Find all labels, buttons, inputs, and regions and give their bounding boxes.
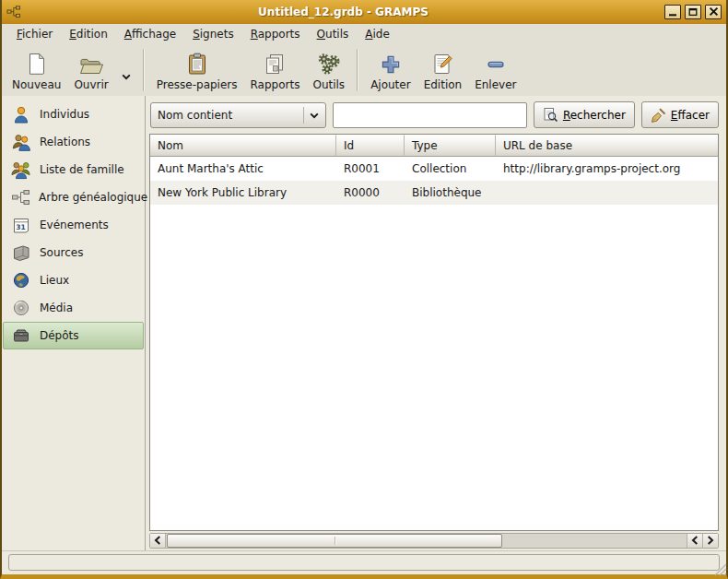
sidebar-item-relations[interactable]: Relations [3, 128, 144, 156]
sidebar-item-depots[interactable]: Dépôts [3, 322, 144, 349]
sidebar-item-arbre-genealogique[interactable]: Arbre généalogique [3, 183, 144, 211]
column-header-url-de-base[interactable]: URL de base [496, 135, 718, 157]
person-icon [11, 105, 31, 124]
repository-icon [11, 326, 31, 345]
toolbar-button-enlever[interactable]: Enlever [468, 46, 523, 94]
broom-icon [651, 108, 666, 123]
scroll-right-button[interactable] [702, 534, 718, 548]
table-cell: http://library.gramps-project.org [496, 162, 718, 175]
toolbar-separator [143, 49, 145, 91]
scroll-right-icon [707, 535, 714, 548]
menu-signets[interactable]: Signets [184, 26, 242, 42]
gears-icon [316, 51, 341, 76]
sidebar-item-sources[interactable]: Sources [3, 239, 144, 266]
status-message [8, 554, 720, 571]
table-row[interactable]: Aunt Martha's AtticR0001Collectionhttp:/… [150, 157, 718, 181]
toolbar-button-presse-papiers[interactable]: Presse-papiers [150, 46, 244, 94]
clear-button-label: Effacer [671, 109, 710, 122]
repository-table: NomIdTypeURL de base Aunt Martha's Attic… [149, 134, 719, 531]
gramps-tree-icon [6, 5, 22, 20]
chevron-down-icon [122, 70, 131, 83]
clear-button[interactable]: Effacer [641, 101, 719, 128]
sidebar-item-label: Sources [40, 246, 83, 259]
reports-icon [264, 51, 286, 76]
maximize-icon [688, 6, 698, 19]
status-bar [2, 550, 726, 574]
scroll-left-button-secondary[interactable] [687, 534, 702, 548]
gramps-window: Untitled_12.grdb - GRAMPS FichierEdition… [0, 0, 728, 579]
titlebar[interactable]: Untitled_12.grdb - GRAMPS [2, 0, 726, 24]
menu-outils[interactable]: Outils [309, 26, 358, 42]
scrollbar-thumb[interactable] [167, 534, 502, 548]
table-cell: R0001 [336, 162, 405, 175]
toolbar-button-label: Enlever [475, 78, 516, 91]
menu-fichier[interactable]: Fichier [8, 26, 61, 42]
menu-edition[interactable]: Edition [61, 26, 116, 42]
horizontal-scrollbar[interactable] [149, 533, 719, 549]
family-list-icon [11, 160, 31, 180]
new-document-icon [26, 51, 48, 76]
toolbar-button-outils[interactable]: Outils [306, 46, 351, 94]
minus-icon [485, 51, 507, 76]
search-document-icon [543, 107, 558, 123]
open-dropdown-button[interactable] [115, 57, 137, 83]
toolbar-button-ajouter[interactable]: Ajouter [364, 46, 417, 94]
places-icon [11, 271, 31, 290]
menu-rapports[interactable]: Rapports [242, 26, 309, 42]
sidebar-item-individus[interactable]: Individus [3, 100, 144, 128]
sidebar-item-label: Evénements [40, 219, 109, 231]
search-button-label: Rechercher [563, 109, 626, 122]
filter-field-value: Nom contient [158, 109, 303, 122]
relations-icon [11, 133, 31, 152]
toolbar-button-ouvrir[interactable]: Ouvrir [67, 46, 114, 94]
search-button[interactable]: Rechercher [534, 101, 635, 128]
table-cell: New York Public Library [150, 186, 336, 199]
filter-field-select[interactable]: Nom contient [150, 102, 326, 128]
sidebar-item-label: Individus [40, 108, 89, 121]
scroll-left-button[interactable] [150, 534, 166, 548]
search-input[interactable] [333, 102, 527, 128]
toolbar-button-rapports[interactable]: Rapports [244, 46, 307, 94]
table-body: Aunt Martha's AtticR0001Collectionhttp:/… [150, 157, 718, 530]
close-button[interactable] [705, 5, 722, 19]
resize-grip-icon[interactable] [712, 561, 727, 579]
table-row[interactable]: New York Public LibraryR0000Bibliothèque [150, 181, 718, 205]
filter-bar: Nom contient Rechercher Effacer [149, 98, 719, 134]
sidebar-item-lieux[interactable]: Lieux [3, 266, 144, 294]
chevron-down-icon [310, 109, 319, 122]
toolbar-button-edition[interactable]: Edition [417, 46, 469, 94]
column-header-id[interactable]: Id [336, 135, 405, 157]
toolbar-button-label: Nouveau [12, 78, 61, 91]
menu-aide[interactable]: Aide [357, 26, 398, 42]
column-header-nom[interactable]: Nom [150, 135, 336, 157]
menu-affichage[interactable]: Affichage [116, 26, 184, 42]
sources-icon [11, 243, 31, 262]
scroll-left-icon [691, 535, 699, 548]
plus-icon [380, 51, 402, 76]
scrollbar-track[interactable] [166, 534, 687, 548]
window-controls [664, 5, 722, 19]
clipboard-icon [186, 51, 208, 76]
column-header-type[interactable]: Type [405, 135, 496, 157]
toolbar-separator [357, 49, 358, 91]
combo-divider [303, 107, 304, 124]
sidebar-item-evenements[interactable]: 31Evénements [3, 211, 144, 239]
maximize-button[interactable] [685, 5, 701, 19]
table-header: NomIdTypeURL de base [150, 135, 718, 157]
open-folder-icon [79, 51, 104, 76]
minimize-button[interactable] [664, 5, 681, 19]
scroll-left-icon [154, 535, 161, 548]
toolbar-button-nouveau[interactable]: Nouveau [6, 46, 67, 94]
toolbar-button-label: Presse-papiers [157, 78, 238, 91]
sidebar-item-label: Lieux [40, 274, 69, 287]
sidebar-item-media[interactable]: Média [3, 294, 144, 322]
sidebar-item-liste-de-famille[interactable]: Liste de famille [3, 156, 144, 183]
toolbar-button-label: Rapports [251, 78, 300, 91]
toolbar-button-label: Ouvrir [74, 78, 108, 91]
sidebar-item-label: Relations [40, 136, 90, 148]
table-cell: Collection [405, 162, 496, 175]
window-title: Untitled_12.grdb - GRAMPS [26, 6, 661, 18]
main-area: IndividusRelationsListe de familleArbre … [2, 96, 726, 550]
pedigree-icon [11, 188, 30, 207]
sidebar-item-label: Média [40, 301, 73, 314]
